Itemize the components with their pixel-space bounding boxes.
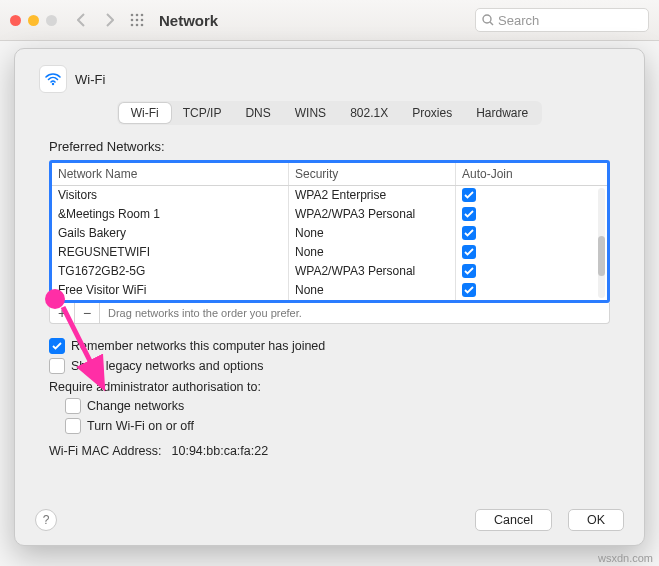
svg-point-11 (52, 83, 54, 85)
mac-address-label: Wi-Fi MAC Address: (49, 444, 162, 458)
col-network-name[interactable]: Network Name (52, 163, 289, 185)
tab-proxies[interactable]: Proxies (400, 103, 464, 123)
remember-networks-checkbox[interactable] (49, 338, 65, 354)
tab-bar: Wi-Fi TCP/IP DNS WINS 802.1X Proxies Har… (117, 101, 542, 125)
tab-hardware[interactable]: Hardware (464, 103, 540, 123)
table-row[interactable]: REGUSNETWIFINone (52, 243, 607, 262)
table-row[interactable]: Gails BakeryNone (52, 224, 607, 243)
svg-point-8 (141, 24, 144, 27)
table-header: Network Name Security Auto-Join (52, 163, 607, 186)
col-security[interactable]: Security (289, 163, 456, 185)
ok-button[interactable]: OK (568, 509, 624, 531)
pane-header: Wi-Fi (39, 65, 624, 93)
mac-address-row: Wi-Fi MAC Address: 10:94:bb:ca:fa:22 (49, 444, 610, 458)
toolbar: Network Search (0, 0, 659, 41)
remember-networks-label: Remember networks this computer has join… (71, 339, 325, 353)
svg-point-2 (141, 14, 144, 17)
grid-icon[interactable] (127, 11, 147, 29)
sheet-footer: ? Cancel OK (15, 509, 644, 531)
pane-title: Wi-Fi (75, 72, 105, 87)
require-admin-heading: Require administrator authorisation to: (49, 380, 610, 394)
table-row[interactable]: VisitorsWPA2 Enterprise (52, 186, 607, 205)
close-window-icon[interactable] (10, 15, 21, 26)
svg-point-3 (131, 19, 134, 22)
mac-address-value: 10:94:bb:ca:fa:22 (172, 444, 269, 458)
turn-wifi-label: Turn Wi-Fi on or off (87, 419, 194, 433)
drag-hint: Drag networks into the order you prefer. (100, 307, 302, 319)
minimize-window-icon[interactable] (28, 15, 39, 26)
svg-point-4 (136, 19, 139, 22)
change-networks-checkbox[interactable] (65, 398, 81, 414)
cancel-button[interactable]: Cancel (475, 509, 552, 531)
tab-8021x[interactable]: 802.1X (338, 103, 400, 123)
svg-point-5 (141, 19, 144, 22)
tab-tcpip[interactable]: TCP/IP (171, 103, 234, 123)
tab-wins[interactable]: WINS (283, 103, 338, 123)
options: Remember networks this computer has join… (49, 338, 610, 458)
forward-button[interactable] (99, 11, 119, 29)
scrollbar[interactable] (598, 188, 605, 298)
table-body[interactable]: VisitorsWPA2 Enterprise&Meetings Room 1W… (52, 186, 607, 300)
search-icon (482, 14, 494, 26)
table-controls: + − Drag networks into the order you pre… (49, 303, 610, 324)
tab-dns[interactable]: DNS (233, 103, 282, 123)
content-area: Preferred Networks: Network Name Securit… (35, 139, 624, 458)
show-legacy-checkbox[interactable] (49, 358, 65, 374)
autojoin-checkbox[interactable] (462, 207, 476, 221)
svg-line-10 (490, 22, 493, 25)
autojoin-checkbox[interactable] (462, 283, 476, 297)
svg-point-7 (136, 24, 139, 27)
turn-wifi-row: Turn Wi-Fi on or off (65, 418, 610, 434)
table-row[interactable]: Free Visitor WiFiNone (52, 281, 607, 300)
autojoin-checkbox[interactable] (462, 264, 476, 278)
col-autojoin[interactable]: Auto-Join (456, 163, 546, 185)
wifi-icon (39, 65, 67, 93)
zoom-window-icon[interactable] (46, 15, 57, 26)
window-title: Network (159, 12, 218, 29)
search-field[interactable]: Search (475, 8, 649, 32)
search-placeholder: Search (498, 13, 539, 28)
table-row[interactable]: TG1672GB2-5GWPA2/WPA3 Personal (52, 262, 607, 281)
table-row[interactable]: &Meetings Room 1WPA2/WPA3 Personal (52, 205, 607, 224)
scrollbar-thumb[interactable] (598, 236, 605, 276)
change-networks-row: Change networks (65, 398, 610, 414)
window: Network Search Wi-Fi Wi-Fi TCP/IP DNS WI… (0, 0, 659, 566)
svg-point-6 (131, 24, 134, 27)
show-legacy-row: Show legacy networks and options (49, 358, 610, 374)
watermark: wsxdn.com (598, 552, 653, 564)
remove-network-button[interactable]: − (75, 303, 100, 323)
svg-point-0 (131, 14, 134, 17)
change-networks-label: Change networks (87, 399, 184, 413)
svg-point-1 (136, 14, 139, 17)
wifi-advanced-sheet: Wi-Fi Wi-Fi TCP/IP DNS WINS 802.1X Proxi… (14, 48, 645, 546)
show-legacy-label: Show legacy networks and options (71, 359, 263, 373)
autojoin-checkbox[interactable] (462, 188, 476, 202)
svg-point-9 (483, 15, 491, 23)
preferred-networks-table: Network Name Security Auto-Join Visitors… (49, 160, 610, 303)
turn-wifi-checkbox[interactable] (65, 418, 81, 434)
tab-wifi[interactable]: Wi-Fi (119, 103, 171, 123)
autojoin-checkbox[interactable] (462, 245, 476, 259)
add-network-button[interactable]: + (50, 303, 75, 323)
window-controls (10, 15, 57, 26)
back-button[interactable] (71, 11, 91, 29)
remember-networks-row: Remember networks this computer has join… (49, 338, 610, 354)
help-button[interactable]: ? (35, 509, 57, 531)
autojoin-checkbox[interactable] (462, 226, 476, 240)
preferred-networks-label: Preferred Networks: (49, 139, 610, 154)
